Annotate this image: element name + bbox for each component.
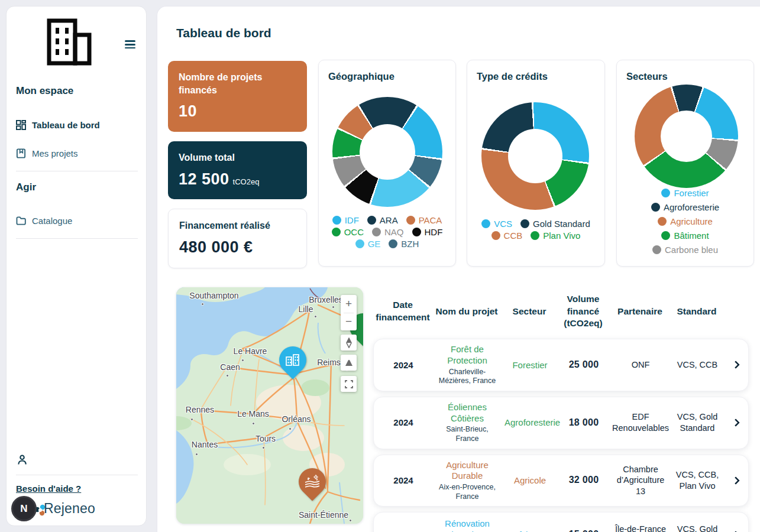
help-link[interactable]: Besoin d'aide ?: [16, 484, 81, 494]
building-project-marker[interactable]: [273, 340, 312, 379]
row-detail-chevron-icon[interactable]: [723, 420, 748, 426]
legend-item: PACA: [406, 215, 442, 225]
brand-name: Rejeneo: [44, 501, 95, 517]
table-row[interactable]: 2024Agriculture DurableAix-en-Provence, …: [373, 455, 749, 507]
cell-partner: EDF Renouvelables: [609, 411, 672, 434]
cell-sector: Agroforesterie: [502, 417, 558, 429]
cell-volume: 15 000: [558, 528, 609, 532]
cell-partner: ONF: [609, 359, 672, 371]
zoom-out-button[interactable]: −: [341, 313, 357, 331]
legend-item: HDF: [412, 227, 443, 237]
legend-dot: [372, 228, 381, 236]
legend-label: Forestier: [674, 188, 709, 198]
map-city-dot: [289, 427, 292, 430]
col-header-volume: Volume financé (tCO2eq): [558, 293, 609, 330]
dashboard-icon: [16, 120, 26, 130]
legend-dot: [661, 231, 670, 240]
stat-number: 12 500: [179, 170, 229, 188]
agriculture-project-marker[interactable]: [293, 462, 331, 501]
map-city-dot: [190, 418, 193, 421]
projects-map[interactable]: SouthamptonLilleBruxellesLe HavreCaenRei…: [176, 287, 363, 524]
map-city-dot: [201, 303, 204, 306]
avatar[interactable]: N: [11, 496, 37, 521]
stat-card-volume-total: Volume total 12 500tCO2eq: [168, 141, 307, 199]
table-header: Date financement Nom du projet Secteur V…: [373, 284, 749, 339]
donut-hole: [508, 129, 562, 183]
sidebar-divider: [16, 475, 138, 475]
legend-label: Bâtiment: [674, 231, 709, 241]
chart-title: Géographique: [328, 71, 394, 82]
compass-button[interactable]: [341, 335, 357, 351]
donut-chart-type-credits[interactable]: [481, 102, 589, 210]
legend-item: OCC: [332, 227, 364, 237]
donut-chart-secteurs[interactable]: [635, 85, 738, 188]
stat-card-projets-finances: Nombre de projets financés 10: [168, 61, 307, 132]
cell-date: 2024: [374, 417, 433, 429]
chart-legend: ForestierAgroforesterieAgricultureBâtime…: [617, 188, 753, 255]
table-body: 2024Forêt de ProtectionCharleville-Méziè…: [373, 339, 749, 532]
project-name: Agriculture Durable: [436, 460, 499, 482]
projects-table: Date financement Nom du projet Secteur V…: [373, 284, 749, 532]
map-city-label: Bruxelles: [309, 295, 343, 304]
cell-date: 2024: [374, 475, 433, 486]
cell-sector: Forestier: [502, 359, 558, 371]
table-row[interactable]: 2024Éoliennes CôtièresSaint-Brieuc, Fran…: [373, 397, 749, 449]
zoom-in-button[interactable]: +: [341, 295, 357, 313]
stat-label: Volume total: [179, 151, 296, 164]
chart-legend: IDFARAPACAOCCNAQHDFGEBZH: [319, 215, 455, 249]
map-city-label: Tours: [256, 434, 276, 443]
cell-sector: Bâtiment: [502, 529, 558, 532]
project-name: Éoliennes Côtières: [436, 402, 499, 424]
table-row[interactable]: 2024Rénovation ThermiqueParis, FranceBât…: [373, 512, 749, 532]
fullscreen-button[interactable]: [341, 376, 357, 392]
map-city-dot: [262, 446, 265, 449]
legend-label: VCS: [494, 219, 512, 229]
company-logo-icon: [46, 18, 94, 68]
map-city-dot: [332, 306, 335, 309]
cell-standard: VCS, CCB: [672, 359, 723, 371]
donut-chart-geographique[interactable]: [332, 97, 442, 207]
page-title: Tableau de bord: [176, 26, 271, 40]
row-detail-chevron-icon[interactable]: [723, 362, 748, 368]
map-city-label: Orléans: [282, 414, 311, 424]
legend-label: CCB: [504, 231, 523, 241]
legend-label: Plan Vivo: [543, 231, 580, 241]
sidebar-item-label: Tableau de bord: [32, 120, 100, 130]
cell-volume: 18 000: [558, 417, 609, 429]
legend-dot: [520, 219, 529, 228]
sidebar-item-catalogue[interactable]: Catalogue: [16, 216, 72, 226]
table-row[interactable]: 2024Forêt de ProtectionCharleville-Méziè…: [373, 339, 749, 391]
sidebar-item-tableau-de-bord[interactable]: Tableau de bord: [16, 120, 100, 130]
map-city-dot: [314, 315, 317, 318]
legend-item: ARA: [367, 215, 398, 225]
col-header-partenaire: Partenaire: [609, 306, 671, 318]
cell-project: Agriculture DurableAix-en-Provence, Fran…: [433, 460, 502, 502]
legend-label: ARA: [380, 215, 398, 225]
map-city-label: Rennes: [186, 405, 214, 414]
row-detail-chevron-icon[interactable]: [723, 478, 748, 484]
map-city-label: Saint-Étienne: [299, 510, 348, 520]
legend-dot: [355, 239, 364, 248]
legend-item: Gold Standard: [520, 219, 590, 229]
sidebar-section-mon-espace: Mon espace: [16, 85, 73, 97]
user-profile-icon[interactable]: [17, 455, 27, 468]
legend-dot: [651, 203, 660, 212]
terrain-button[interactable]: [341, 355, 357, 371]
chart-card-secteurs: Secteurs ForestierAgroforesterieAgricult…: [616, 60, 754, 267]
menu-toggle-icon[interactable]: [125, 38, 135, 51]
legend-dot: [389, 239, 397, 248]
sidebar-section-agir: Agir: [16, 181, 36, 193]
project-name: Rénovation Thermique: [436, 518, 499, 532]
legend-dot: [661, 189, 670, 197]
legend-dot: [412, 228, 421, 236]
project-location: Charleville-Mézières, France: [436, 368, 499, 386]
legend-item: BZH: [389, 239, 419, 249]
stat-value: 10: [179, 102, 296, 121]
chart-title: Type de crédits: [477, 71, 548, 82]
cell-sector: Agricole: [502, 475, 558, 486]
page: Mon espace Tableau de bord Mes projets A…: [0, 0, 760, 532]
sidebar-item-mes-projets[interactable]: Mes projets: [16, 148, 78, 158]
legend-label: BZH: [401, 239, 419, 249]
legend-item: Forestier: [661, 188, 709, 198]
map-city-label: Lille: [299, 304, 313, 314]
